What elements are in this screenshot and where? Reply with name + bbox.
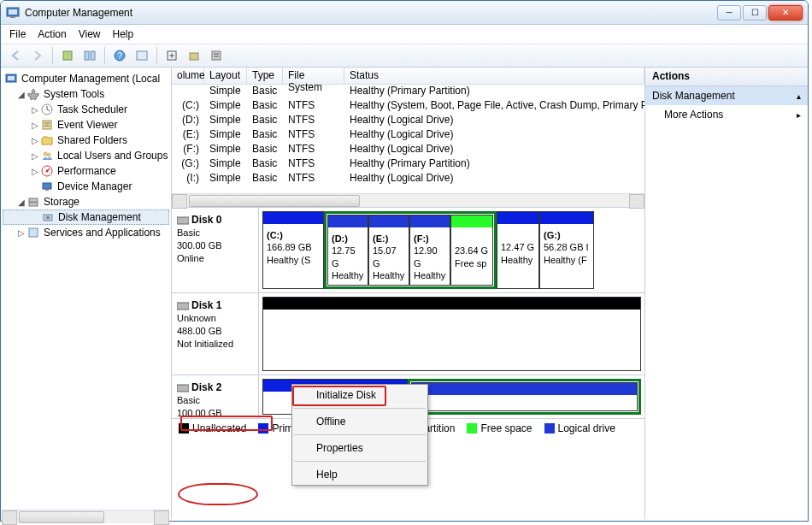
close-button[interactable]: ✕ <box>768 5 803 21</box>
context-offline[interactable]: Offline <box>292 411 427 432</box>
svg-point-25 <box>46 216 50 220</box>
app-icon <box>6 6 20 20</box>
col-type[interactable]: Type <box>247 68 283 84</box>
tree-services-apps[interactable]: ▷Services and Applications <box>3 225 169 240</box>
disk1-unallocated[interactable] <box>262 297 641 371</box>
disk2-extended <box>408 379 641 415</box>
tree-disk-management[interactable]: Disk Management <box>3 209 169 225</box>
svg-rect-20 <box>43 183 51 189</box>
svg-rect-23 <box>29 203 38 206</box>
svg-rect-8 <box>137 51 147 60</box>
svg-rect-21 <box>45 189 49 191</box>
toolbar-icon[interactable] <box>80 46 99 65</box>
svg-rect-5 <box>91 51 95 60</box>
toolbar-icon[interactable] <box>132 46 151 65</box>
svg-rect-10 <box>190 53 198 60</box>
volume-row[interactable]: (C:)SimpleBasicNTFSHealthy (System, Boot… <box>172 99 644 114</box>
toolbar: ? <box>1 44 808 68</box>
tree-root[interactable]: Computer Management (Local <box>3 71 169 86</box>
volume-row[interactable]: (E:)SimpleBasicNTFSHealthy (Logical Driv… <box>172 128 644 143</box>
volume-row[interactable]: (G:)SimpleBasicNTFSHealthy (Primary Part… <box>172 157 644 172</box>
tree-performance[interactable]: ▷Performance <box>3 163 169 179</box>
partition-free[interactable]: 23.64 GFree sp <box>450 215 493 286</box>
svg-rect-22 <box>29 198 38 202</box>
tree-local-users[interactable]: ▷Local Users and Groups <box>3 148 169 163</box>
context-initialize-disk[interactable]: Initialize Disk <box>292 385 427 405</box>
col-status[interactable]: Status <box>344 68 644 84</box>
svg-rect-1 <box>9 9 17 15</box>
menu-view[interactable]: View <box>79 28 101 40</box>
partition-g[interactable]: (G:)56.28 GB IHealthy (F <box>539 211 594 289</box>
actions-pane: Actions Disk Management▴ More Actions▸ <box>645 68 808 519</box>
tree-system-tools[interactable]: ◢System Tools <box>3 86 169 102</box>
svg-rect-3 <box>63 51 72 60</box>
disk1-state: Not Initialized <box>177 339 233 349</box>
tree-scrollbar[interactable] <box>2 510 169 519</box>
context-properties[interactable]: Properties <box>292 438 427 458</box>
svg-rect-27 <box>177 217 189 224</box>
toolbar-icon[interactable] <box>58 46 77 65</box>
svg-point-17 <box>47 153 51 157</box>
toolbar-icon[interactable] <box>207 46 226 65</box>
context-menu: Initialize Disk Offline Properties Help <box>291 384 428 486</box>
svg-text:?: ? <box>117 51 122 61</box>
svg-rect-28 <box>177 303 189 310</box>
window-title: Computer Management <box>25 7 717 19</box>
svg-rect-13 <box>8 76 15 80</box>
maximize-button[interactable]: ☐ <box>743 5 767 21</box>
disk-row-1[interactable]: Disk 1 Unknown 488.00 GB Not Initialized <box>172 293 644 375</box>
svg-rect-15 <box>43 121 51 129</box>
toolbar-icon[interactable] <box>162 46 181 65</box>
svg-rect-11 <box>212 51 221 60</box>
volume-row[interactable]: SimpleBasicHealthy (Primary Partition) <box>172 85 644 99</box>
partition-e[interactable]: (E:)15.07 GHealthy <box>368 215 409 286</box>
menu-action[interactable]: Action <box>38 28 66 40</box>
partition-d[interactable]: (D:)12.75 GHealthy <box>327 215 368 286</box>
forward-button[interactable] <box>28 46 47 65</box>
actions-more[interactable]: More Actions▸ <box>645 105 808 124</box>
extended-partition: (D:)12.75 GHealthy (E:)15.07 GHealthy (F… <box>324 211 497 289</box>
volume-scrollbar[interactable] <box>172 193 644 207</box>
partition-hidden[interactable]: 12.47 GHealthy <box>497 211 539 289</box>
col-volume[interactable]: olume <box>172 68 204 84</box>
disk1-info: Disk 1 Unknown 488.00 GB Not Initialized <box>172 293 259 375</box>
back-button[interactable] <box>6 46 25 65</box>
actions-header: Actions <box>645 68 808 86</box>
svg-point-19 <box>46 170 49 173</box>
volume-row[interactable]: (I:)SimpleBasicNTFSHealthy (Logical Driv… <box>172 172 644 186</box>
tree-task-scheduler[interactable]: ▷Task Scheduler <box>3 102 169 117</box>
menubar: File Action View Help <box>1 25 808 44</box>
toolbar-icon[interactable] <box>185 46 203 65</box>
actions-disk-management[interactable]: Disk Management▴ <box>645 86 808 105</box>
tree-storage[interactable]: ◢Storage <box>3 194 169 209</box>
menu-file[interactable]: File <box>9 28 26 40</box>
help-icon[interactable]: ? <box>110 46 129 65</box>
partition-c[interactable]: (C:)166.89 GBHealthy (S <box>262 211 324 289</box>
minimize-button[interactable]: ─ <box>717 5 741 21</box>
tree-shared-folders[interactable]: ▷Shared Folders <box>3 133 169 148</box>
disk2-info: Disk 2 Basic 100.00 GB <box>172 375 259 418</box>
context-help[interactable]: Help <box>292 464 427 485</box>
titlebar[interactable]: Computer Management ─ ☐ ✕ <box>1 1 808 25</box>
svg-rect-2 <box>10 16 15 18</box>
col-filesystem[interactable]: File System <box>283 68 344 84</box>
disk0-info: Disk 0 Basic 300.00 GB Online <box>172 208 259 292</box>
navigation-tree[interactable]: Computer Management (Local ◢System Tools… <box>1 68 172 519</box>
volume-list-header[interactable]: olume Layout Type File System Status <box>172 68 644 85</box>
svg-rect-29 <box>177 385 189 392</box>
menu-help[interactable]: Help <box>113 28 134 40</box>
col-layout[interactable]: Layout <box>204 68 247 84</box>
svg-rect-4 <box>85 51 89 60</box>
disk-row-0[interactable]: Disk 0 Basic 300.00 GB Online (C:)166.89… <box>172 208 644 293</box>
svg-rect-26 <box>29 228 38 237</box>
partition-f[interactable]: (F:)12.90 GHealthy <box>409 215 450 286</box>
tree-event-viewer[interactable]: ▷Event Viewer <box>3 117 169 133</box>
volume-list[interactable]: SimpleBasicHealthy (Primary Partition)(C… <box>172 85 644 186</box>
volume-row[interactable]: (D:)SimpleBasicNTFSHealthy (Logical Driv… <box>172 114 644 128</box>
volume-row[interactable]: (F:)SimpleBasicNTFSHealthy (Logical Driv… <box>172 143 644 157</box>
tree-device-manager[interactable]: Device Manager <box>3 179 169 194</box>
